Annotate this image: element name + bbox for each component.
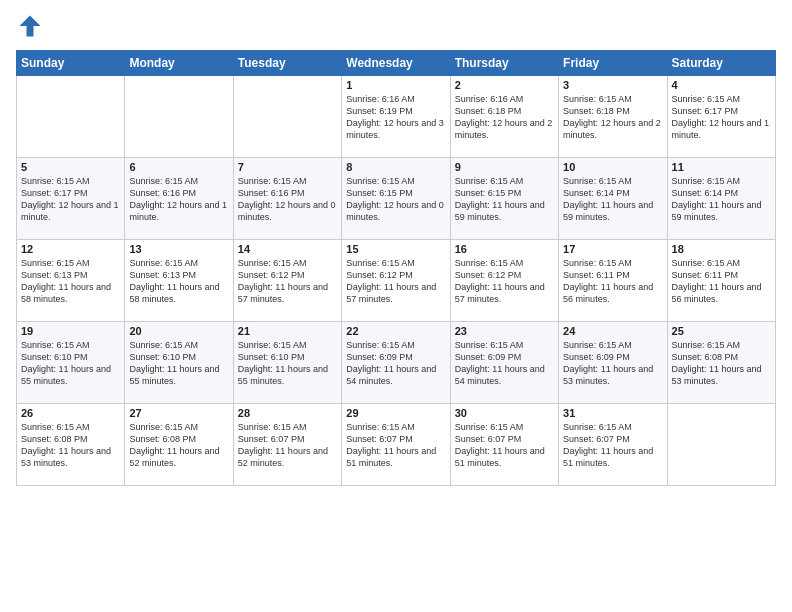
cell-info: Sunrise: 6:15 AM (21, 257, 120, 269)
calendar-cell: 31Sunrise: 6:15 AMSunset: 6:07 PMDayligh… (559, 404, 667, 486)
day-number: 18 (672, 243, 771, 255)
cell-info: Daylight: 12 hours and 1 minute. (129, 199, 228, 223)
day-number: 29 (346, 407, 445, 419)
calendar-cell: 19Sunrise: 6:15 AMSunset: 6:10 PMDayligh… (17, 322, 125, 404)
calendar-cell: 26Sunrise: 6:15 AMSunset: 6:08 PMDayligh… (17, 404, 125, 486)
cell-info: Sunset: 6:12 PM (455, 269, 554, 281)
cell-info: Sunset: 6:08 PM (21, 433, 120, 445)
calendar-cell: 8Sunrise: 6:15 AMSunset: 6:15 PMDaylight… (342, 158, 450, 240)
cell-info: Daylight: 11 hours and 59 minutes. (672, 199, 771, 223)
cell-info: Sunrise: 6:15 AM (129, 421, 228, 433)
calendar-cell: 7Sunrise: 6:15 AMSunset: 6:16 PMDaylight… (233, 158, 341, 240)
cell-info: Sunrise: 6:15 AM (672, 175, 771, 187)
calendar-cell: 1Sunrise: 6:16 AMSunset: 6:19 PMDaylight… (342, 76, 450, 158)
cell-info: Sunset: 6:09 PM (563, 351, 662, 363)
calendar-cell: 16Sunrise: 6:15 AMSunset: 6:12 PMDayligh… (450, 240, 558, 322)
cell-info: Daylight: 11 hours and 57 minutes. (238, 281, 337, 305)
cell-info: Sunset: 6:10 PM (129, 351, 228, 363)
cell-info: Daylight: 12 hours and 2 minutes. (563, 117, 662, 141)
cell-info: Daylight: 11 hours and 55 minutes. (21, 363, 120, 387)
cell-info: Sunrise: 6:15 AM (238, 339, 337, 351)
cell-info: Daylight: 11 hours and 54 minutes. (346, 363, 445, 387)
cell-info: Daylight: 11 hours and 53 minutes. (563, 363, 662, 387)
calendar-cell (667, 404, 775, 486)
cell-info: Sunrise: 6:15 AM (238, 175, 337, 187)
day-number: 24 (563, 325, 662, 337)
cell-info: Daylight: 11 hours and 53 minutes. (672, 363, 771, 387)
col-friday: Friday (559, 51, 667, 76)
day-number: 13 (129, 243, 228, 255)
day-number: 10 (563, 161, 662, 173)
cell-info: Sunrise: 6:15 AM (672, 339, 771, 351)
cell-info: Sunrise: 6:15 AM (238, 421, 337, 433)
day-number: 31 (563, 407, 662, 419)
cell-info: Daylight: 12 hours and 0 minutes. (238, 199, 337, 223)
cell-info: Sunset: 6:10 PM (238, 351, 337, 363)
calendar-cell: 11Sunrise: 6:15 AMSunset: 6:14 PMDayligh… (667, 158, 775, 240)
calendar-cell: 18Sunrise: 6:15 AMSunset: 6:11 PMDayligh… (667, 240, 775, 322)
calendar-cell: 29Sunrise: 6:15 AMSunset: 6:07 PMDayligh… (342, 404, 450, 486)
cell-info: Sunset: 6:07 PM (346, 433, 445, 445)
cell-info: Daylight: 11 hours and 59 minutes. (455, 199, 554, 223)
calendar-cell: 6Sunrise: 6:15 AMSunset: 6:16 PMDaylight… (125, 158, 233, 240)
cell-info: Sunrise: 6:15 AM (346, 339, 445, 351)
cell-info: Daylight: 11 hours and 59 minutes. (563, 199, 662, 223)
cell-info: Sunset: 6:11 PM (672, 269, 771, 281)
col-sunday: Sunday (17, 51, 125, 76)
cell-info: Sunset: 6:10 PM (21, 351, 120, 363)
day-number: 4 (672, 79, 771, 91)
cell-info: Sunset: 6:07 PM (238, 433, 337, 445)
day-number: 14 (238, 243, 337, 255)
calendar-cell: 12Sunrise: 6:15 AMSunset: 6:13 PMDayligh… (17, 240, 125, 322)
cell-info: Sunset: 6:16 PM (238, 187, 337, 199)
cell-info: Sunrise: 6:15 AM (672, 257, 771, 269)
calendar-cell: 28Sunrise: 6:15 AMSunset: 6:07 PMDayligh… (233, 404, 341, 486)
day-number: 16 (455, 243, 554, 255)
calendar-week-row: 12Sunrise: 6:15 AMSunset: 6:13 PMDayligh… (17, 240, 776, 322)
cell-info: Daylight: 12 hours and 3 minutes. (346, 117, 445, 141)
cell-info: Sunset: 6:18 PM (563, 105, 662, 117)
svg-marker-0 (20, 16, 41, 37)
day-number: 25 (672, 325, 771, 337)
cell-info: Daylight: 11 hours and 52 minutes. (129, 445, 228, 469)
calendar-cell: 5Sunrise: 6:15 AMSunset: 6:17 PMDaylight… (17, 158, 125, 240)
logo (16, 12, 48, 40)
cell-info: Sunset: 6:08 PM (672, 351, 771, 363)
cell-info: Sunrise: 6:15 AM (455, 175, 554, 187)
cell-info: Sunrise: 6:15 AM (129, 339, 228, 351)
cell-info: Sunrise: 6:15 AM (346, 421, 445, 433)
calendar-cell (233, 76, 341, 158)
col-tuesday: Tuesday (233, 51, 341, 76)
cell-info: Daylight: 11 hours and 52 minutes. (238, 445, 337, 469)
day-number: 23 (455, 325, 554, 337)
cell-info: Daylight: 11 hours and 51 minutes. (563, 445, 662, 469)
day-number: 6 (129, 161, 228, 173)
cell-info: Sunrise: 6:15 AM (563, 175, 662, 187)
day-number: 5 (21, 161, 120, 173)
cell-info: Sunset: 6:17 PM (21, 187, 120, 199)
calendar-cell: 2Sunrise: 6:16 AMSunset: 6:18 PMDaylight… (450, 76, 558, 158)
cell-info: Daylight: 12 hours and 2 minutes. (455, 117, 554, 141)
cell-info: Sunrise: 6:15 AM (346, 175, 445, 187)
cell-info: Daylight: 11 hours and 56 minutes. (672, 281, 771, 305)
calendar-week-row: 1Sunrise: 6:16 AMSunset: 6:19 PMDaylight… (17, 76, 776, 158)
cell-info: Sunset: 6:12 PM (346, 269, 445, 281)
col-wednesday: Wednesday (342, 51, 450, 76)
calendar-cell: 9Sunrise: 6:15 AMSunset: 6:15 PMDaylight… (450, 158, 558, 240)
cell-info: Sunset: 6:11 PM (563, 269, 662, 281)
cell-info: Sunrise: 6:15 AM (346, 257, 445, 269)
cell-info: Daylight: 12 hours and 1 minute. (672, 117, 771, 141)
cell-info: Daylight: 11 hours and 54 minutes. (455, 363, 554, 387)
cell-info: Sunrise: 6:15 AM (21, 339, 120, 351)
cell-info: Daylight: 11 hours and 57 minutes. (346, 281, 445, 305)
cell-info: Daylight: 11 hours and 55 minutes. (238, 363, 337, 387)
cell-info: Daylight: 11 hours and 53 minutes. (21, 445, 120, 469)
calendar-cell: 21Sunrise: 6:15 AMSunset: 6:10 PMDayligh… (233, 322, 341, 404)
calendar: Sunday Monday Tuesday Wednesday Thursday… (16, 50, 776, 486)
cell-info: Daylight: 11 hours and 58 minutes. (129, 281, 228, 305)
calendar-cell: 10Sunrise: 6:15 AMSunset: 6:14 PMDayligh… (559, 158, 667, 240)
calendar-week-row: 19Sunrise: 6:15 AMSunset: 6:10 PMDayligh… (17, 322, 776, 404)
cell-info: Sunset: 6:18 PM (455, 105, 554, 117)
calendar-cell: 23Sunrise: 6:15 AMSunset: 6:09 PMDayligh… (450, 322, 558, 404)
col-monday: Monday (125, 51, 233, 76)
